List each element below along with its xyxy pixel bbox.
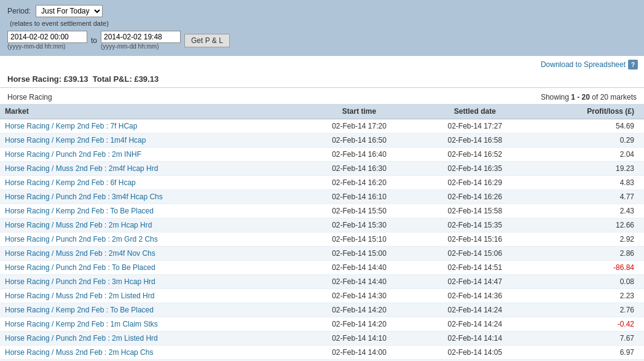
profit-loss-cell: 2.04 — [533, 148, 644, 162]
profit-loss-cell: 2.76 — [533, 303, 644, 317]
col-settled-date: Settled date — [417, 104, 533, 119]
start-time-cell: 02-Feb-14 14:00 — [301, 346, 417, 360]
settled-date-cell: 02-Feb-14 16:29 — [417, 176, 533, 190]
market-link[interactable]: Horse Racing / Muss 2nd Feb : 2m4f Hcap … — [5, 164, 158, 173]
market-link[interactable]: Horse Racing / Kemp 2nd Feb : To Be Plac… — [5, 207, 154, 215]
table-row: Horse Racing / Punch 2nd Feb : 2m INHF02… — [0, 148, 644, 162]
relates-note: (relates to event settlement date) — [10, 20, 637, 27]
top-panel: Period: Just For Today Yesterday Last We… — [0, 0, 644, 56]
settled-date-cell: 02-Feb-14 14:36 — [417, 289, 533, 303]
start-time-cell: 02-Feb-14 14:40 — [301, 261, 417, 275]
start-time-cell: 02-Feb-14 14:40 — [301, 275, 417, 289]
start-time-cell: 02-Feb-14 14:10 — [301, 331, 417, 346]
settled-date-cell: 02-Feb-14 15:16 — [417, 232, 533, 247]
market-link[interactable]: Horse Racing / Kemp 2nd Feb : 1m Claim S… — [5, 320, 158, 328]
market-link[interactable]: Horse Racing / Kemp 2nd Feb : 1m4f Hcap — [5, 136, 146, 145]
market-link[interactable]: Horse Racing / Punch 2nd Feb : 2m Listed… — [5, 334, 158, 343]
col-market: Market — [0, 104, 301, 119]
start-time-cell: 02-Feb-14 16:30 — [301, 162, 417, 176]
market-link[interactable]: Horse Racing / Muss 2nd Feb : 2m4f Nov C… — [5, 249, 155, 258]
download-row: Download to Spreadsheet ? — [0, 56, 644, 71]
market-link[interactable]: Horse Racing / Punch 2nd Feb : 3m4f Hcap… — [5, 192, 163, 201]
table-row: Horse Racing / Kemp 2nd Feb : 7f HCap02-… — [0, 119, 644, 133]
table-row: Horse Racing / Punch 2nd Feb : To Be Pla… — [0, 261, 644, 275]
profit-loss-cell: 2.23 — [533, 289, 644, 303]
profit-loss-cell: -86.84 — [533, 261, 644, 275]
markets-table: Market Start time Settled date Profit/lo… — [0, 104, 644, 361]
showing-text: Showing 1 - 20 of 20 markets — [541, 93, 637, 101]
date-from-hint: (yyyy-mm-dd hh:mm) — [7, 43, 87, 50]
table-section: Horse Racing Showing 1 - 20 of 20 market… — [0, 88, 644, 361]
start-time-cell: 02-Feb-14 15:00 — [301, 247, 417, 261]
market-link[interactable]: Horse Racing / Kemp 2nd Feb : To Be Plac… — [5, 306, 154, 314]
settled-date-cell: 02-Feb-14 14:47 — [417, 275, 533, 289]
table-row: Horse Racing / Muss 2nd Feb : 2m4f Hcap … — [0, 162, 644, 176]
date-to-input[interactable] — [101, 31, 181, 43]
get-pl-button[interactable]: Get P & L — [184, 34, 230, 47]
profit-loss-cell: 4.83 — [533, 176, 644, 190]
help-icon[interactable]: ? — [628, 60, 638, 69]
profit-loss-cell: 7.67 — [533, 331, 644, 346]
to-label: to — [91, 36, 97, 45]
period-select[interactable]: Just For Today Yesterday Last Week Last … — [36, 5, 103, 17]
market-link[interactable]: Horse Racing / Kemp 2nd Feb : 7f HCap — [5, 122, 137, 130]
settled-date-cell: 02-Feb-14 15:35 — [417, 218, 533, 232]
table-row: Horse Racing / Kemp 2nd Feb : To Be Plac… — [0, 303, 644, 317]
profit-loss-cell: 2.43 — [533, 204, 644, 218]
category-label: Horse Racing — [7, 93, 52, 101]
date-to-hint: (yyyy-mm-dd hh:mm) — [101, 43, 181, 50]
summary-bar: Horse Racing: £39.13 Total P&L: £39.13 — [0, 71, 644, 88]
start-time-cell: 02-Feb-14 14:20 — [301, 317, 417, 331]
market-link[interactable]: Horse Racing / Muss 2nd Feb : 2m Listed … — [5, 292, 154, 300]
market-link[interactable]: Horse Racing / Punch 2nd Feb : 2m Grd 2 … — [5, 235, 158, 244]
settled-date-cell: 02-Feb-14 16:58 — [417, 133, 533, 148]
start-time-cell: 02-Feb-14 16:10 — [301, 190, 417, 204]
settled-date-cell: 02-Feb-14 14:14 — [417, 331, 533, 346]
start-time-cell: 02-Feb-14 15:10 — [301, 232, 417, 247]
profit-loss-cell: 0.29 — [533, 133, 644, 148]
market-link[interactable]: Horse Racing / Punch 2nd Feb : To Be Pla… — [5, 263, 155, 272]
table-header-row: Market Start time Settled date Profit/lo… — [0, 104, 644, 119]
settled-date-cell: 02-Feb-14 16:35 — [417, 162, 533, 176]
market-link[interactable]: Horse Racing / Muss 2nd Feb : 2m Hcap Hr… — [5, 221, 152, 229]
col-profit-loss: Profit/loss (£) — [533, 104, 644, 119]
col-start-time: Start time — [301, 104, 417, 119]
profit-loss-cell: 54.69 — [533, 119, 644, 133]
start-time-cell: 02-Feb-14 16:40 — [301, 148, 417, 162]
table-row: Horse Racing / Punch 2nd Feb : 2m Listed… — [0, 331, 644, 346]
settled-date-cell: 02-Feb-14 14:24 — [417, 317, 533, 331]
table-row: Horse Racing / Kemp 2nd Feb : 6f Hcap02-… — [0, 176, 644, 190]
profit-loss-cell: 12.66 — [533, 218, 644, 232]
table-row: Horse Racing / Punch 2nd Feb : 2m Grd 2 … — [0, 232, 644, 247]
start-time-cell: 02-Feb-14 15:30 — [301, 218, 417, 232]
table-row: Horse Racing / Kemp 2nd Feb : To Be Plac… — [0, 204, 644, 218]
settled-date-cell: 02-Feb-14 14:24 — [417, 303, 533, 317]
profit-loss-cell: 6.97 — [533, 346, 644, 360]
start-time-cell: 02-Feb-14 15:50 — [301, 204, 417, 218]
market-link[interactable]: Horse Racing / Muss 2nd Feb : 2m Hcap Ch… — [5, 348, 153, 357]
table-row: Horse Racing / Muss 2nd Feb : 2m Listed … — [0, 289, 644, 303]
period-row: Period: Just For Today Yesterday Last We… — [7, 5, 637, 17]
table-row: Horse Racing / Kemp 2nd Feb : 1m Claim S… — [0, 317, 644, 331]
table-row: Horse Racing / Punch 2nd Feb : 3m Hcap H… — [0, 275, 644, 289]
market-link[interactable]: Horse Racing / Punch 2nd Feb : 2m INHF — [5, 150, 141, 159]
table-header-info: Horse Racing Showing 1 - 20 of 20 market… — [0, 90, 644, 104]
table-row: Horse Racing / Punch 2nd Feb : 3m4f Hcap… — [0, 190, 644, 204]
date-from-input[interactable] — [7, 31, 87, 43]
settled-date-cell: 02-Feb-14 15:06 — [417, 247, 533, 261]
table-row: Horse Racing / Kemp 2nd Feb : 1m4f Hcap0… — [0, 133, 644, 148]
date-to-wrapper: (yyyy-mm-dd hh:mm) — [101, 31, 181, 50]
profit-loss-cell: 0.08 — [533, 275, 644, 289]
profit-loss-cell: -0.42 — [533, 317, 644, 331]
summary-text: Horse Racing: £39.13 Total P&L: £39.13 — [7, 74, 159, 84]
market-link[interactable]: Horse Racing / Kemp 2nd Feb : 6f Hcap — [5, 178, 136, 187]
profit-loss-cell: 4.77 — [533, 190, 644, 204]
table-row: Horse Racing / Muss 2nd Feb : 2m Hcap Ch… — [0, 346, 644, 360]
start-time-cell: 02-Feb-14 14:20 — [301, 303, 417, 317]
date-from-wrapper: (yyyy-mm-dd hh:mm) — [7, 31, 87, 50]
profit-loss-cell: 19.23 — [533, 162, 644, 176]
download-spreadsheet-link[interactable]: Download to Spreadsheet — [541, 60, 626, 69]
settled-date-cell: 02-Feb-14 15:58 — [417, 204, 533, 218]
market-link[interactable]: Horse Racing / Punch 2nd Feb : 3m Hcap H… — [5, 277, 155, 286]
start-time-cell: 02-Feb-14 17:20 — [301, 119, 417, 133]
